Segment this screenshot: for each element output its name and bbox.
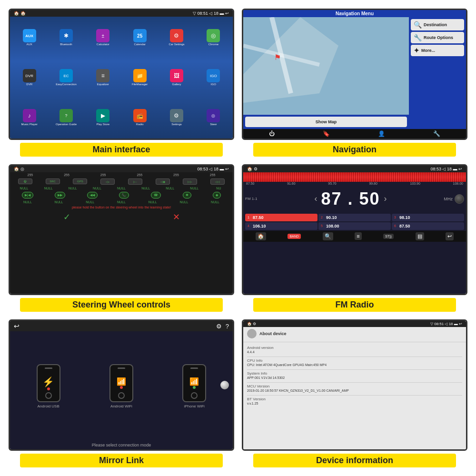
device-info-frame: 🏠 ⚙ ▽ 08:51 ◁ 18 ▬ ↩ About device Androi…	[242, 319, 467, 451]
device-system-label: System Info	[247, 371, 462, 376]
nav-bookmark-icon[interactable]: 🔖	[323, 130, 330, 137]
wifi-icon: 📶	[117, 377, 126, 386]
device-system-value: APP:001 V1V.3d 14.5302	[247, 376, 462, 379]
app-filemanager[interactable]: 📁 FileManager	[122, 59, 157, 97]
steering-btn-src[interactable]: SRC	[46, 178, 60, 184]
steering-btn-gps[interactable]: GPS	[73, 178, 87, 184]
radio-list-btn[interactable]: ≡	[355, 232, 361, 240]
main-interface-label: Main interface	[20, 143, 223, 157]
app-musicplayer[interactable]: ♪ Music Player	[12, 99, 47, 137]
steering-btn-next[interactable]: ▷▷	[183, 178, 197, 185]
steering-btn-ff[interactable]: ◀◀	[87, 192, 98, 198]
steering-values-row: 255 255 255 255 255 255	[10, 172, 233, 178]
radio-freq-labels: 87.50 91.60 95.70 99.80 103.90 108.00	[243, 182, 466, 185]
steering-btn-mode[interactable]: ◆	[213, 192, 221, 198]
nav-show-map-btn[interactable]: Show Map	[245, 117, 407, 127]
mirror-help-icon[interactable]: ?	[226, 323, 229, 330]
radio-st-btn[interactable]: ST))	[383, 234, 394, 239]
app-calculator[interactable]: ± Calculator	[86, 19, 120, 57]
app-radio[interactable]: 📻 Radio	[122, 99, 157, 137]
radio-scan-btn[interactable]: 🔍	[323, 232, 333, 240]
steering-btn-prev2[interactable]: ▶|◀	[22, 192, 33, 198]
nav-route-options[interactable]: 🔧 Route Options	[411, 32, 464, 43]
app-bluetooth[interactable]: ✱ Bluetooth	[49, 19, 83, 57]
steering-btn-prev[interactable]: ◁◉	[156, 178, 170, 185]
app-playstore[interactable]: ▶ Play Store	[86, 99, 120, 137]
steering-btn-mute[interactable]: ✱	[183, 192, 191, 198]
nav-destination[interactable]: 🔍 Destination	[411, 19, 464, 30]
android-wifi-status-dot	[120, 386, 123, 389]
steering-btn-power[interactable]: ⏻	[18, 178, 32, 184]
iphone-wifi-status-dot	[193, 386, 196, 389]
mirror-back-icon[interactable]: ↩	[14, 322, 20, 330]
mirror-info-text: Please select connection mode	[10, 441, 233, 449]
steering-btns-row2: ▶|◀ ▶▶ ◀◀ 📞 ☎ ✱ ◆	[10, 191, 233, 199]
radio-preset-4[interactable]: 4 106.10	[245, 222, 317, 230]
mirror-scroll-ball[interactable]	[220, 381, 229, 389]
nav-tools-icon[interactable]: 🔧	[433, 130, 440, 137]
radio-save-btn[interactable]: ▤	[416, 232, 424, 240]
app-dvr[interactable]: DVR DVR	[12, 59, 47, 97]
radio-band-btn[interactable]: BAND	[288, 234, 300, 239]
nav-bottom-bar: ⏻ 🔖 👤 🔧	[243, 129, 466, 139]
steering-btn-volup[interactable]: ◁+	[100, 178, 115, 185]
app-opguide[interactable]: ? Operation Guide	[49, 99, 83, 137]
device-bt-version: BT Version v.v.1.25	[247, 397, 462, 405]
radio-bottom-bar: 🏠 BAND 🔍 ≡ ST)) ▤ ↩	[243, 231, 466, 242]
steering-screen: 🏠 ◎ 08:53 ◁ 18 ▬ ↩ 255 255 255 255 255 2…	[10, 166, 233, 294]
radio-prev-btn[interactable]: ‹	[314, 194, 317, 204]
radio-label-3: 95.70	[328, 182, 337, 185]
app-aux[interactable]: AUX AUX	[12, 19, 47, 57]
radio-preset-1[interactable]: 1 87.50	[245, 214, 317, 221]
app-chrome[interactable]: ◎ Chrome	[196, 19, 231, 57]
app-calendar[interactable]: 25 Calendar	[122, 19, 157, 57]
cell-main-interface: 🏠 🏠 ▽ 08:51 ◁ 18 ▬ ↩ AUX AUX ✱ Bluetooth…	[5, 5, 238, 160]
cell-device-info: 🏠 ⚙ ▽ 08:51 ◁ 18 ▬ ↩ About device Androi…	[238, 316, 471, 471]
steering-confirm-btn[interactable]: ✓	[63, 212, 70, 222]
radio-knob[interactable]	[455, 194, 464, 204]
app-settings[interactable]: ⚙ Settings	[159, 99, 194, 137]
app-gallery[interactable]: 🖼 Gallery	[159, 59, 194, 97]
iphone-wifi-icon: 📶	[189, 377, 199, 386]
main-interface-frame: 🏠 🏠 ▽ 08:51 ◁ 18 ▬ ↩ AUX AUX ✱ Bluetooth…	[9, 9, 234, 140]
radio-mhz-label: MHz	[444, 197, 453, 201]
app-equalizer[interactable]: ≡ Equalizer	[86, 59, 120, 97]
steering-btn-hangup[interactable]: ☎	[151, 192, 161, 198]
radio-preset-2[interactable]: 2 90.10	[318, 214, 391, 221]
steering-btn-play[interactable]: ▶▶	[55, 192, 65, 198]
nav-content: ⚑ Show Map 🔍 Destination 🔧 Route Options	[243, 17, 466, 129]
radio-back-btn[interactable]: ↩	[446, 232, 454, 240]
radio-home-btn[interactable]: 🏠	[256, 232, 266, 240]
navigation-screen: Navigation Menu ⚑ Show Map	[243, 10, 466, 139]
nav-person-icon[interactable]: 👤	[378, 130, 385, 137]
device-divider-4	[247, 382, 462, 383]
steering-cancel-btn[interactable]: ✕	[173, 212, 180, 222]
app-car-settings[interactable]: ⚙ Car Settings	[159, 19, 194, 57]
radio-preset-3[interactable]: 3 98.10	[392, 214, 464, 221]
radio-next-btn[interactable]: ›	[384, 194, 387, 204]
app-steer[interactable]: ◎ Steer	[196, 99, 231, 137]
main-interface-screen: 🏠 🏠 ▽ 08:51 ◁ 18 ▬ ↩ AUX AUX ✱ Bluetooth…	[10, 10, 233, 139]
nav-map-svg: ⚑	[243, 17, 409, 115]
radio-preset-6[interactable]: 6 87.50	[392, 222, 464, 230]
steering-btn-rew[interactable]: ◁◁	[210, 178, 225, 185]
device-status-left: 🏠 ⚙	[247, 322, 256, 326]
mirror-top-bar: ↩ ⚙ ?	[10, 321, 233, 331]
device-info-list: Android version 4.4.4 CPU Info CPU: Inte…	[243, 344, 466, 449]
device-mcu-value: 2019-01-20 18:50:57 KHCN_GZN310_V2_D1_V1…	[247, 389, 462, 392]
cell-navigation: Navigation Menu ⚑ Show Map	[238, 5, 471, 160]
radio-label-2: 91.60	[287, 182, 296, 185]
iphone-wifi-phone[interactable]: 📶 iPhone WiFi	[182, 364, 206, 408]
nav-more[interactable]: ✦ More...	[411, 45, 464, 56]
android-wifi-phone[interactable]: 📶 Android WiFi	[109, 364, 133, 408]
mirror-settings-icon[interactable]: ⚙	[216, 323, 222, 330]
nav-power-icon[interactable]: ⏻	[269, 130, 275, 137]
steering-btn-voldn[interactable]: ▷-	[128, 178, 142, 185]
radio-preset-5[interactable]: 5 108.00	[318, 222, 391, 230]
radio-label-1: 87.50	[246, 182, 255, 185]
android-usb-outline: ⚡	[37, 364, 60, 402]
app-igo[interactable]: IGO IGO	[196, 59, 231, 97]
steering-btn-phone[interactable]: 📞	[119, 192, 129, 198]
app-easyconnection[interactable]: EC EasyConnection	[49, 59, 83, 97]
android-usb-phone[interactable]: ⚡ Android USB	[37, 364, 60, 408]
